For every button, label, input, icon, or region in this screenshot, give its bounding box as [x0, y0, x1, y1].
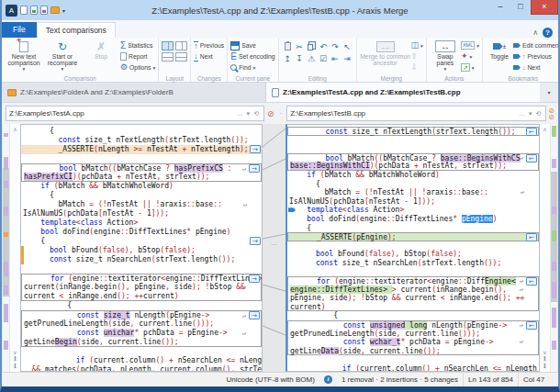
insert-line-above-button[interactable]: ↥ [282, 52, 294, 64]
code-line: { [21, 127, 262, 136]
change-marker[interactable] [552, 308, 556, 328]
undo-button[interactable]: ↶ [318, 40, 330, 52]
plus-minus-icon: ± [503, 43, 507, 50]
next-bookmark-button[interactable]: ↓Next [513, 62, 560, 73]
change-marker[interactable] [552, 207, 556, 214]
change-marker[interactable] [4, 133, 8, 137]
help-icon[interactable]: ? [543, 28, 553, 38]
merge-direction-button[interactable]: ◫▾ [411, 40, 423, 50]
copy-change-to-right-button[interactable]: → [250, 145, 261, 153]
change-marker[interactable] [4, 181, 8, 188]
change-marker[interactable] [4, 341, 8, 350]
code-line: _ASSERTE(nLength >= nTestAt + nTextLengt… [21, 145, 262, 154]
link-line-marker-icon[interactable]: I [543, 363, 546, 370]
code-line: { [287, 224, 539, 233]
right-versioning-icons[interactable]: ⊘ ⊘ [548, 107, 554, 120]
unindent-button[interactable]: ⇤ [330, 52, 342, 64]
ribbon: New text comparison▾ ↻ Start or recompar… [2, 38, 558, 83]
info-icon[interactable]: i [324, 375, 332, 384]
versioning-icon[interactable]: ⊘ [548, 114, 554, 120]
change-marker[interactable] [552, 159, 556, 168]
left-overview-strip[interactable] [2, 124, 10, 372]
browse-icon[interactable]: … [517, 110, 527, 117]
right-overview-strip[interactable] [550, 124, 558, 372]
layout-two-vertical-alt[interactable] [175, 41, 187, 50]
edited-marker[interactable] [4, 232, 8, 237]
paste-button[interactable] [282, 40, 294, 52]
link-line-marker-icon[interactable]: I [14, 363, 17, 370]
copy-change-to-right-button[interactable]: → [249, 311, 260, 319]
left-code-view[interactable]: { const size_t nTextLength(strText.lengt… [21, 125, 262, 371]
layout-two-vertical-selected[interactable] [162, 41, 174, 50]
change-marker[interactable] [4, 286, 8, 295]
find-button[interactable]: Find▾ [230, 62, 274, 73]
select-button[interactable]: ↖ [342, 40, 353, 52]
start-or-recompare-button[interactable]: ↻ Start or recompare▾ [43, 39, 82, 73]
indent-button[interactable]: ⇥ [342, 52, 353, 64]
ribbon-collapse-icon[interactable]: ∧ [532, 28, 538, 37]
insert-line-below-button[interactable]: ↧ [294, 52, 306, 64]
insert-marker[interactable] [552, 126, 556, 137]
chevron-down-icon[interactable]: ▾ [527, 110, 534, 118]
accept-changes-button[interactable]: ☑ [318, 52, 330, 64]
delete-block-button[interactable]: ⚠ [306, 52, 318, 64]
open-external-button[interactable]: ↗▾ [461, 62, 479, 73]
copy-change-to-right-button[interactable]: → [249, 164, 260, 173]
maximize-button[interactable]: □ [510, 0, 531, 15]
close-button[interactable]: × [531, 0, 558, 15]
change-marker[interactable] [552, 282, 556, 298]
splitter-handle[interactable]: · [277, 109, 286, 118]
set-encoding-button[interactable]: ÉSet encoding [230, 51, 274, 62]
history-icon[interactable]: ⟲ [533, 110, 543, 118]
xml-report-button[interactable]: XML▾ [461, 40, 479, 50]
swap-panes-button[interactable]: ↔ Swap panes▾ [430, 39, 461, 73]
minimize-button[interactable]: – [490, 0, 510, 15]
change-marker[interactable] [4, 304, 8, 322]
comparison-tab-files[interactable]: Z:\Examples\TestA.cpp and Z:\Examples\Te… [266, 83, 540, 102]
layout-two-horizontal[interactable] [162, 52, 174, 62]
right-path-input[interactable]: Z:\Examples\TestB.cpp … ▾ ⟲ [286, 106, 546, 121]
previous-change-button[interactable]: ↑Previous [194, 40, 224, 50]
cut-button[interactable]: ✂ [294, 40, 306, 52]
left-versioning-icon[interactable]: ⊘ [266, 109, 275, 118]
new-text-comparison-button[interactable]: New text comparison▾ [5, 39, 43, 73]
left-path-input[interactable]: Z:\Examples\TestA.cpp … ▾ ⟲ [6, 106, 264, 121]
layout-two-horizontal-alt[interactable] [175, 52, 187, 62]
code-line: bool bMatch((bMatchCase ? hasPrefixCS :↵… [21, 163, 262, 173]
code-line: if (bMatch && bMatchWholeWord) [21, 182, 262, 191]
copy-button[interactable] [306, 40, 318, 52]
left-file-pane[interactable]: { const size_t nTextLength(strText.lengt… [20, 124, 263, 372]
launch-editor-button[interactable]: ✦▾ [461, 51, 479, 62]
change-marker[interactable] [4, 207, 8, 216]
browse-icon[interactable]: … [235, 110, 245, 117]
dropdown-icon: ▾ [153, 65, 156, 71]
comparison-tab-folders[interactable]: Z:\Examples\FolderA and Z:\Examples\Fold… [2, 83, 266, 102]
edit-comment-button[interactable]: Edit comment [513, 40, 560, 50]
history-icon[interactable]: ⟲ [252, 110, 261, 118]
change-marker[interactable] [4, 157, 8, 170]
statistics-button[interactable]: ΣStatistics [120, 40, 155, 50]
next-change-button[interactable]: ↓Next [194, 51, 224, 62]
scroll-up-icon[interactable]: ∧ [543, 126, 546, 132]
scroll-up-icon[interactable]: ∧ [13, 126, 17, 132]
insert-marker[interactable] [552, 230, 556, 241]
previous-bookmark-button[interactable]: ↑Previous [513, 51, 560, 62]
redo-button[interactable]: ↷ [330, 40, 342, 52]
line-wrap-icon: ↵ [520, 338, 523, 347]
change-marker[interactable] [552, 262, 556, 271]
change-marker[interactable] [4, 262, 8, 276]
save-button[interactable]: Save [230, 40, 274, 50]
options-button[interactable]: ⚙Options▾ [120, 62, 155, 73]
copy-change-to-right-button[interactable]: → [249, 274, 260, 283]
right-file-pane[interactable]: const size_t nTextLength(strText.length(… [286, 124, 540, 372]
change-marker[interactable] [552, 341, 556, 350]
tab-text-comparisons[interactable]: Text comparisons [37, 22, 116, 38]
right-code-view[interactable]: const size_t nTextLength(strText.length(… [287, 125, 539, 371]
toggle-bookmark-button[interactable]: ± Toggle [486, 39, 513, 60]
code-line: bMatch = (!nTestAt || !araxis::base::↵ [21, 200, 262, 209]
copy-change-to-right-button[interactable]: → [250, 237, 261, 245]
chevron-down-icon[interactable]: ▾ [245, 110, 252, 118]
tab-list-dropdown[interactable]: ▾ [540, 83, 558, 102]
report-button[interactable]: Report [120, 51, 155, 62]
ribbon-group-comparison: New text comparison▾ ↻ Start or recompar… [2, 38, 159, 82]
